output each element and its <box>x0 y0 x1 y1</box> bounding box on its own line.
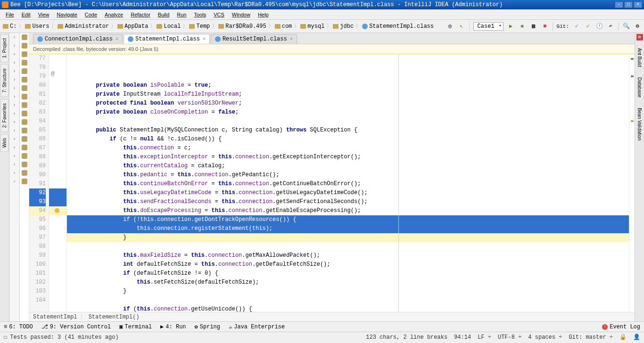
file-icon[interactable] <box>20 109 29 118</box>
tool-tab-project[interactable]: 1: Project <box>0 34 8 62</box>
structure-crumb[interactable]: StatementImpl <box>33 314 77 320</box>
expand-chevron-icon[interactable]: › <box>9 84 19 92</box>
file-icon[interactable] <box>20 118 29 126</box>
search-icon[interactable]: 🔍 <box>622 23 630 30</box>
breadcrumb-item[interactable]: Rar$DRa0.495 <box>218 23 266 30</box>
file-icon[interactable] <box>20 101 29 109</box>
editor-tab[interactable]: ResultSetImpl.class× <box>211 34 297 44</box>
menu-file[interactable]: File <box>2 11 18 18</box>
expand-chevron-icon[interactable]: › <box>9 169 19 177</box>
breadcrumb-item[interactable]: Administrator <box>58 23 109 30</box>
close-button[interactable]: × <box>634 1 642 8</box>
status-widget[interactable]: UTF-8 ÷ <box>498 334 521 341</box>
menu-view[interactable]: View <box>34 11 53 18</box>
breadcrumb-item[interactable]: StatementImpl.class <box>362 23 434 30</box>
file-icon[interactable] <box>20 135 29 143</box>
tool-tab-structure[interactable]: 7: Structure <box>0 64 8 97</box>
toolwin-javaenterprise[interactable]: ☕Java Enterprise <box>229 323 285 330</box>
code-line[interactable]: if (!this.connection.getDontTrackOpenRes… <box>67 215 629 224</box>
code-editor[interactable]: private boolean isPoolable = true; priva… <box>67 54 629 312</box>
file-icon[interactable] <box>20 152 29 160</box>
tool-tab-antbuild[interactable]: Ant Build <box>636 44 643 71</box>
code-line[interactable]: this.pedantic = this.connection.getPedan… <box>67 171 629 180</box>
code-line[interactable]: this.useLegacyDatetimeCode = this.connec… <box>67 188 629 197</box>
debug-icon[interactable]: ✱ <box>519 23 526 30</box>
close-tab-icon[interactable]: × <box>290 37 293 42</box>
menu-run[interactable]: Run <box>173 11 190 18</box>
toolwin-todo[interactable]: ≡6: TODO <box>4 324 33 330</box>
close-tab-icon[interactable]: × <box>116 37 118 42</box>
close-tab-icon[interactable]: × <box>203 37 206 42</box>
event-log-button[interactable]: !Event Log <box>602 324 640 330</box>
expand-chevron-icon[interactable]: › <box>9 67 19 75</box>
toolwin-run[interactable]: ▶4: Run <box>160 323 186 330</box>
file-icon[interactable] <box>20 84 29 92</box>
structure-breadcrumb[interactable]: StatementImpl〉StatementImpl() <box>29 312 635 321</box>
file-icon[interactable] <box>20 67 29 75</box>
breakpoint-icon[interactable] <box>55 208 59 213</box>
file-icon[interactable] <box>20 33 29 41</box>
stop-icon[interactable]: ■ <box>541 23 549 30</box>
vcs-commit-icon[interactable]: ✓ <box>584 23 592 30</box>
file-icon[interactable] <box>20 75 29 84</box>
maximize-button[interactable]: □ <box>624 1 633 8</box>
expand-chevron-icon[interactable]: › <box>9 101 19 109</box>
tool-tab-web[interactable]: Web <box>0 134 8 152</box>
expand-chevron-icon[interactable]: › <box>9 75 19 84</box>
toolwin-spring[interactable]: ✿Spring <box>195 323 220 330</box>
breadcrumb-item[interactable]: mysql <box>300 23 324 30</box>
code-line[interactable] <box>67 117 629 126</box>
run-icon[interactable]: ▶ <box>507 23 515 30</box>
code-line[interactable]: private boolean closeOnCompletion = fals… <box>67 108 629 117</box>
expand-chevron-icon[interactable]: › <box>9 143 19 152</box>
breadcrumb-item[interactable]: C: <box>3 23 17 30</box>
expand-chevron-icon[interactable]: › <box>9 58 19 67</box>
status-widget[interactable]: 4 spaces ÷ <box>528 334 562 341</box>
lock-icon[interactable]: 🔒 <box>619 334 627 341</box>
expand-chevron-icon[interactable]: › <box>9 33 19 41</box>
target-icon[interactable]: ◎ <box>446 23 454 30</box>
file-icon[interactable] <box>20 58 29 67</box>
expand-chevron-icon[interactable]: › <box>9 118 19 126</box>
menu-code[interactable]: Code <box>81 11 101 18</box>
expand-chevron-icon[interactable]: › <box>9 41 19 50</box>
coverage-icon[interactable]: ▦ <box>530 23 537 30</box>
expand-chevron-icon[interactable]: › <box>9 50 19 58</box>
code-line[interactable]: } <box>67 233 629 242</box>
expand-chevron-icon[interactable]: › <box>9 92 19 101</box>
back-arrow-icon[interactable]: ↖ <box>458 23 465 30</box>
file-icon[interactable] <box>20 41 29 50</box>
code-line[interactable]: this.sendFractionalSeconds = this.connec… <box>67 197 629 206</box>
file-icon[interactable] <box>20 92 29 101</box>
code-line[interactable] <box>67 242 629 251</box>
run-config-combo[interactable]: Case1 <box>473 22 504 31</box>
breadcrumb-item[interactable]: AppData <box>117 23 148 30</box>
vcs-history-icon[interactable]: 🕐 <box>595 23 603 30</box>
toolwin-versioncontrol[interactable]: ⎇9: Version Control <box>41 323 111 330</box>
code-line[interactable]: protected final boolean version5013OrNew… <box>67 99 629 108</box>
menu-build[interactable]: Build <box>154 11 173 18</box>
code-line[interactable]: this.doEscapeProcessing = this.connectio… <box>67 206 629 215</box>
vcs-revert-icon[interactable]: ↶ <box>607 23 614 30</box>
menu-refactor[interactable]: Refactor <box>127 11 154 18</box>
settings-icon[interactable]: ⚙ <box>634 23 641 30</box>
breadcrumb-item[interactable]: Users <box>25 23 49 30</box>
tool-tab-database[interactable]: Database <box>636 74 643 101</box>
code-line[interactable]: private boolean isPoolable = true; <box>67 81 629 90</box>
code-line[interactable]: this.connection.registerStatement(this); <box>67 224 629 233</box>
expand-chevron-icon[interactable]: › <box>9 177 19 186</box>
code-line[interactable]: public StatementImpl(MySQLConnection c, … <box>67 126 629 135</box>
file-icon[interactable] <box>20 143 29 152</box>
fold-gutter[interactable] <box>49 54 67 312</box>
file-icon[interactable] <box>20 50 29 58</box>
code-line[interactable]: } <box>67 287 629 296</box>
line-number-gutter[interactable]: 7778798081828384858687888990919293949596… <box>29 54 49 312</box>
menu-navigate[interactable]: Navigate <box>53 11 81 18</box>
menu-help[interactable]: Help <box>254 11 272 18</box>
expand-chevron-icon[interactable]: › <box>9 160 19 169</box>
expand-chevron-icon[interactable]: › <box>9 109 19 118</box>
file-icon[interactable] <box>20 126 29 135</box>
expand-chevron-icon[interactable]: › <box>9 135 19 143</box>
code-line[interactable]: if (defaultFetchSize != 0) { <box>67 269 629 278</box>
breadcrumb-item[interactable]: Local <box>157 23 181 30</box>
